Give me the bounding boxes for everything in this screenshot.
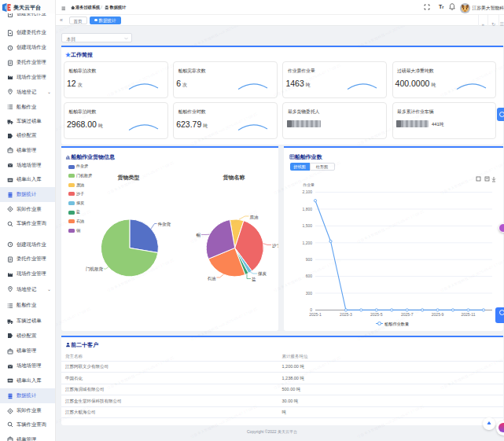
svg-text:盐: 盐 bbox=[252, 276, 256, 281]
svg-text:600: 600 bbox=[306, 274, 313, 278]
svg-text:2025-11: 2025-11 bbox=[462, 312, 476, 317]
svg-text:900: 900 bbox=[306, 257, 313, 262]
svg-text:煤炭: 煤炭 bbox=[258, 271, 267, 276]
svg-text:1,200: 1,200 bbox=[302, 240, 312, 244]
svg-text:1,800: 1,800 bbox=[302, 206, 312, 211]
svg-text:2025-7: 2025-7 bbox=[401, 312, 414, 317]
svg-text:2025-3: 2025-3 bbox=[340, 312, 352, 317]
svg-text:沙子: 沙子 bbox=[272, 243, 279, 248]
svg-text:2025-1: 2025-1 bbox=[309, 312, 322, 317]
svg-text:船舶作业数量: 船舶作业数量 bbox=[384, 321, 409, 326]
svg-text:石油: 石油 bbox=[207, 275, 215, 281]
svg-text:2025-9: 2025-9 bbox=[432, 312, 444, 317]
svg-text:铜: 铜 bbox=[196, 233, 200, 237]
svg-text:原油: 原油 bbox=[249, 214, 258, 219]
svg-text:2,100: 2,100 bbox=[302, 189, 312, 194]
svg-text:1,500: 1,500 bbox=[302, 223, 312, 228]
svg-text:门机散货: 门机散货 bbox=[86, 266, 104, 272]
svg-text:300: 300 bbox=[306, 290, 313, 295]
svg-text:2025-5: 2025-5 bbox=[370, 312, 383, 317]
svg-text:件杂货: 件杂货 bbox=[157, 222, 171, 226]
svg-text:作业量: 作业量 bbox=[303, 182, 315, 187]
